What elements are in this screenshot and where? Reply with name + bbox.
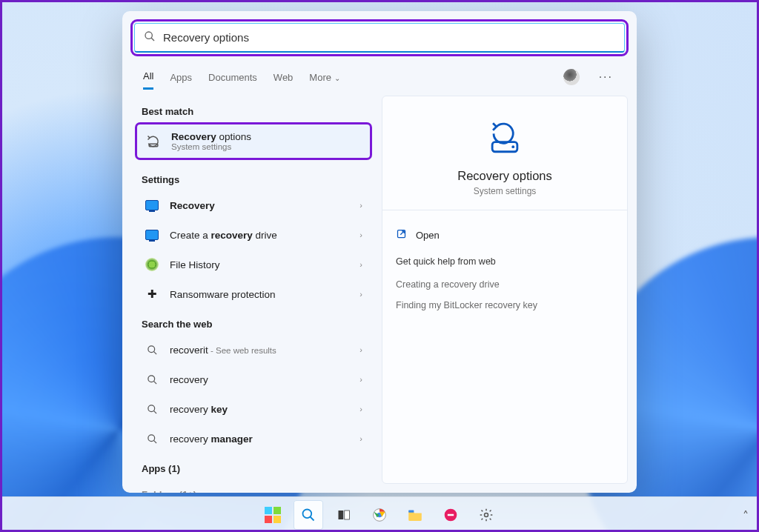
svg-point-0 [145,32,152,39]
preview-title: Recovery options [396,169,614,183]
svg-line-10 [153,440,156,443]
chevron-right-icon: › [359,405,362,413]
result-create-recovery-drive[interactable]: Create a recovery drive › [136,221,371,249]
recovery-icon [146,134,161,149]
section-folders[interactable]: Folders (1+) [136,480,371,493]
chevron-right-icon: › [359,345,362,354]
section-apps[interactable]: Apps (1) [136,454,371,479]
tab-all[interactable]: All [143,64,153,90]
web-result[interactable]: recovery › [136,365,371,393]
svg-line-4 [153,351,156,354]
svg-point-3 [148,345,154,352]
svg-point-5 [148,375,154,382]
svg-point-7 [148,405,154,411]
search-icon [144,30,156,45]
preview-pane: Recovery options System settings Open Ge… [382,96,628,484]
svg-point-14 [303,509,312,518]
shield-icon: ✚ [145,287,159,302]
help-link[interactable]: Finding my BitLocker recovery key [396,295,614,316]
open-icon [396,228,407,242]
recovery-large-icon [483,116,527,160]
search-icon [145,431,159,446]
start-search-panel: All Apps Documents Web More⌄ ··· Best ma… [122,11,637,493]
search-icon [145,372,159,387]
svg-point-9 [148,434,154,441]
chevron-right-icon: › [359,201,362,210]
results-list: Best match Recovery options System setti… [122,90,379,493]
chevron-right-icon: › [359,230,362,239]
chevron-right-icon: › [359,260,362,269]
taskbar-app-chrome[interactable] [365,500,394,530]
chevron-right-icon: › [359,375,362,384]
svg-point-12 [511,145,514,148]
svg-rect-20 [408,510,414,512]
search-icon [145,402,159,416]
svg-line-6 [153,381,156,384]
search-icon [145,342,159,357]
preview-subtitle: System settings [396,186,614,196]
web-result[interactable]: recoverit - See web results › [136,336,371,364]
tab-web[interactable]: Web [274,66,294,89]
help-link[interactable]: Creating a recovery drive [396,274,614,295]
svg-rect-16 [339,511,344,519]
section-best-match: Best match [136,97,371,122]
quick-help-label: Get quick help from web [396,256,614,267]
chevron-down-icon: ⌄ [334,74,340,82]
result-ransomware-protection[interactable]: ✚ Ransomware protection › [136,280,371,308]
user-avatar[interactable] [563,69,580,85]
tab-more[interactable]: More⌄ [309,66,340,89]
taskbar-app-generic[interactable] [436,500,465,530]
svg-line-8 [153,410,156,413]
open-button[interactable]: Open [396,224,614,246]
section-settings: Settings [136,165,371,190]
search-input[interactable] [163,31,615,44]
taskbar-app-settings[interactable] [471,500,501,530]
svg-point-22 [485,513,488,516]
web-result[interactable]: recovery manager › [136,425,371,453]
chevron-right-icon: › [359,434,362,443]
overflow-menu-button[interactable]: ··· [596,70,616,84]
result-best-match[interactable]: Recovery options System settings [137,124,370,158]
divider [382,210,627,210]
start-button[interactable] [258,500,288,530]
tray-expand-button[interactable]: ˄ [743,509,749,523]
svg-line-1 [151,38,154,41]
disk-icon [145,257,159,272]
web-result[interactable]: recovery key › [136,395,371,423]
result-recovery[interactable]: Recovery › [136,191,371,219]
taskbar: ˄ [0,496,759,532]
taskbar-search-button[interactable] [294,500,323,530]
taskbar-app-explorer[interactable] [400,500,430,530]
tab-apps[interactable]: Apps [170,66,192,89]
svg-rect-17 [345,511,350,519]
monitor-icon [145,198,159,213]
monitor-icon [145,227,159,242]
search-scope-tabs: All Apps Documents Web More⌄ ··· [122,57,637,90]
task-view-button[interactable] [329,500,359,530]
section-search-web: Search the web [136,310,371,334]
tab-documents[interactable]: Documents [208,66,257,89]
chevron-right-icon: › [359,290,362,299]
result-file-history[interactable]: File History › [136,250,371,279]
svg-line-15 [311,516,314,520]
search-box[interactable] [134,23,625,53]
